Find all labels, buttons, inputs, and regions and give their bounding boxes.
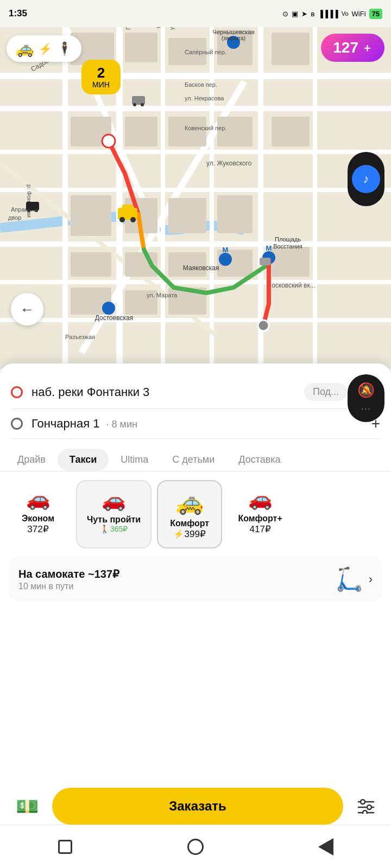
svg-point-80 [27, 209, 30, 212]
svg-text:ул. Жуковского: ул. Жуковского [206, 159, 252, 167]
svg-rect-31 [71, 252, 111, 277]
more-dots: ··· [361, 403, 371, 414]
svg-point-78 [141, 103, 144, 106]
eta-badge: 2 МИН [81, 60, 121, 94]
wifi-icon: WiFi [352, 10, 366, 18]
car-icon: 🚕 [15, 40, 34, 58]
car-option-walk[interactable]: 🚗 Чуть пройти 🚶 365₽ [76, 480, 152, 548]
svg-point-77 [133, 103, 136, 106]
svg-text:двор: двор [8, 214, 21, 221]
car-icon-walk: 🚗 [102, 489, 126, 512]
back-button[interactable]: ← [11, 293, 43, 326]
status-time: 1:35 [9, 8, 27, 19]
destination-text: Гончарная 1 · 8 мин [31, 417, 380, 431]
order-button[interactable]: Заказать [52, 788, 343, 825]
walk-icon: 🚶 [100, 525, 109, 533]
scooter-promo[interactable]: На самокате ~137₽ 10 мин в пути 🛴 › [9, 557, 382, 601]
nav-home-button[interactable] [179, 831, 212, 863]
svg-point-87 [363, 810, 367, 814]
tab-ultima[interactable]: Ultima [109, 449, 160, 471]
svg-point-50 [102, 302, 115, 315]
svg-text:ул. Марата: ул. Марата [147, 292, 178, 298]
svg-point-85 [367, 805, 371, 809]
tab-drive[interactable]: Драйв [5, 449, 58, 471]
tab-children[interactable]: С детьми [160, 449, 226, 471]
svg-rect-29 [168, 198, 206, 233]
origin-dot [11, 386, 23, 398]
bolt-icon-comfort: ⚡ [173, 529, 184, 539]
svg-point-43 [219, 253, 232, 266]
order-bar: 💵 Заказать [0, 788, 391, 825]
clipboard-icon: ▣ [292, 10, 298, 18]
car-price-walk: 365₽ [110, 525, 128, 533]
scooter-text: На самокате ~137₽ 10 мин в пути [18, 567, 119, 591]
taxi-type-header[interactable]: 🚕 ⚡ 🕴 [7, 35, 81, 62]
svg-text:Ковенский пер.: Ковенский пер. [185, 125, 226, 131]
battery-icon: 75 [369, 9, 382, 19]
svg-rect-25 [217, 117, 253, 146]
filter-icon [357, 799, 375, 814]
notification-pill[interactable]: 🔕 ··· [348, 374, 384, 422]
filter-button[interactable] [350, 790, 382, 822]
bolt-icon: ⚡ [39, 42, 52, 55]
points-badge[interactable]: 127 ＋ [321, 34, 384, 62]
scooter-price: На самокате ~137₽ [18, 567, 119, 580]
nav-recents-button[interactable] [49, 831, 81, 863]
scooter-right: 🛴 › [335, 566, 373, 592]
car-price-econom: 372₽ [27, 524, 48, 535]
music-button[interactable]: ♪ [352, 165, 380, 193]
svg-rect-35 [272, 247, 310, 277]
svg-point-74 [119, 217, 125, 222]
car-option-comfort[interactable]: 🚕 Комфорт ⚡399₽ [157, 480, 222, 548]
svg-rect-24 [168, 117, 206, 146]
car-name-comfort: Комфорт [170, 519, 209, 528]
status-icons: ⊙ ▣ ➤ ʙ ▐▐▐▐ Vo WiFi 75 [282, 9, 382, 19]
bell-icon: 🔕 [357, 382, 375, 399]
destination-time: · 8 мин [106, 419, 137, 430]
bluetooth-icon: ʙ [311, 10, 315, 18]
car-price-comfort-plus: 417₽ [249, 524, 270, 535]
car-option-econom[interactable]: 🚗 Эконом 372₽ [5, 480, 71, 548]
svg-text:Сапёрный пер.: Сапёрный пер. [185, 49, 226, 55]
svg-rect-26 [272, 117, 310, 146]
svg-rect-21 [272, 33, 310, 65]
svg-text:Чернышевская: Чернышевская [213, 29, 255, 35]
svg-rect-18 [125, 33, 157, 62]
person-icon: 🕴 [56, 41, 73, 56]
nav-back-button[interactable] [310, 831, 342, 863]
car-option-comfort-plus[interactable]: 🚗 Комфорт+ 417₽ [228, 480, 293, 548]
car-icon-comfort-plus: 🚗 [248, 488, 273, 510]
nav-bar [0, 825, 391, 868]
svg-rect-30 [217, 195, 253, 233]
pickup-action[interactable]: Под... [304, 383, 348, 401]
svg-point-83 [361, 800, 365, 804]
bottom-panel: наб. реки Фонтанки 3 Под... Гончарная 1 … [0, 363, 391, 868]
car-name-comfort-plus: Комфорт+ [238, 514, 282, 524]
tab-taxi[interactable]: Такси [58, 449, 109, 471]
svg-text:Восстания: Восстания [273, 243, 302, 250]
svg-text:Достоевская: Достоевская [95, 314, 134, 322]
svg-text:Разъезжая: Разъезжая [65, 334, 95, 340]
destination-item[interactable]: Гончарная 1 · 8 мин + [11, 409, 380, 439]
signal-icon: ▐▐▐▐ [318, 10, 338, 18]
origin-text: наб. реки Фонтанки 3 [31, 385, 295, 399]
svg-text:ул. Некрасова: ул. Некрасова [185, 95, 224, 101]
car-icon-comfort: 🚕 [175, 489, 204, 515]
svg-text:Басков пер.: Басков пер. [185, 81, 217, 88]
svg-text:Маяковская: Маяковская [183, 264, 219, 272]
circle-icon [187, 839, 204, 855]
svg-point-70 [258, 320, 269, 331]
svg-text:М: М [223, 246, 229, 254]
car-walk-distance: 🚶 365₽ [100, 525, 128, 533]
tab-delivery[interactable]: Доставка [226, 449, 292, 471]
back-icon: ← [20, 301, 34, 318]
svg-point-81 [35, 209, 38, 212]
triangle-icon [318, 838, 333, 856]
car-name-econom: Эконом [22, 514, 54, 524]
svg-text:Московский вк...: Московский вк... [266, 282, 316, 289]
destination-dot [11, 418, 23, 430]
origin-item[interactable]: наб. реки Фонтанки 3 Под... [11, 375, 380, 409]
payment-method-button[interactable]: 💵 [9, 788, 46, 825]
car-name-walk: Чуть пройти [87, 515, 141, 525]
svg-rect-71 [260, 258, 270, 265]
